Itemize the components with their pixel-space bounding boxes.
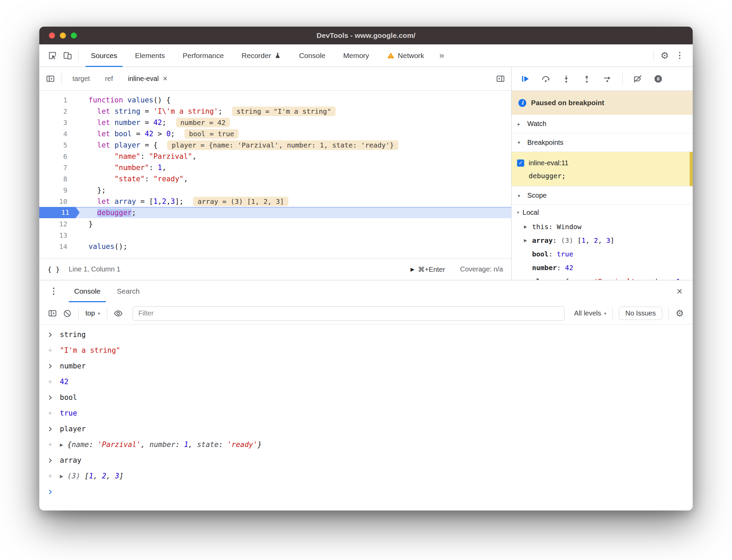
file-tab-target[interactable]: target [65, 67, 97, 90]
tab-network[interactable]: Network [378, 44, 433, 67]
console-input-row[interactable]: array [39, 452, 693, 468]
collapsed-triangle-icon[interactable]: ▶ [524, 224, 532, 229]
line-number[interactable]: 9 [39, 186, 75, 194]
show-navigator-panel-icon[interactable] [43, 71, 58, 86]
line-number[interactable]: 2 [39, 107, 75, 115]
collapsed-triangle-icon[interactable]: ▶ [524, 238, 532, 243]
console-input-row[interactable]: player [39, 421, 693, 437]
warning-icon [387, 52, 395, 59]
console-settings-gear-icon[interactable]: ⚙ [672, 306, 687, 321]
code-line[interactable]: 9 }; [39, 184, 511, 196]
code-line[interactable]: 7 "number": 1, [39, 162, 511, 173]
line-number[interactable]: 14 [39, 242, 75, 251]
token-def: values [127, 96, 153, 104]
show-debugger-panel-icon[interactable] [493, 71, 508, 86]
resume-script-button[interactable] [516, 71, 534, 87]
scope-variable-array[interactable]: ▶array: (3) [1, 2, 3] [512, 234, 693, 247]
breakpoint-checkbox[interactable]: ✓ [517, 159, 524, 167]
pretty-print-button[interactable]: { } [48, 265, 60, 274]
step-over-button[interactable] [537, 71, 555, 87]
console-result-row[interactable]: 42 [39, 374, 693, 390]
console-input-row[interactable]: string [39, 327, 693, 342]
console-filter-input[interactable] [133, 306, 565, 321]
code-line[interactable]: 5 let player = {player = {name: 'Parziva… [39, 139, 511, 151]
code-line[interactable]: 6 "name": "Parzival", [39, 151, 511, 162]
line-number[interactable]: 3 [39, 118, 75, 127]
step-into-button[interactable] [557, 71, 575, 87]
code-line[interactable]: 12} [39, 218, 511, 229]
issues-counter[interactable]: No Issues [619, 307, 662, 320]
code-line[interactable]: 13 [39, 229, 511, 241]
console-result-row[interactable]: true [39, 405, 693, 421]
line-number[interactable]: 12 [39, 220, 75, 228]
settings-gear-icon[interactable]: ⚙ [657, 48, 672, 63]
deactivate-breakpoints-button[interactable] [629, 71, 647, 87]
file-tab-inline-eval[interactable]: inline-eval× [121, 67, 175, 90]
token-num: 2 [162, 197, 166, 206]
clear-console-icon[interactable] [60, 306, 75, 321]
device-toolbar-icon[interactable] [60, 48, 75, 63]
scope-variable-number[interactable]: number: 42 [512, 261, 693, 275]
line-number[interactable]: 7 [39, 164, 75, 172]
drawer-menu-kebab-icon[interactable] [46, 284, 61, 299]
line-number[interactable]: 5 [39, 141, 75, 149]
scope-section-header[interactable]: ▾ Scope [512, 186, 693, 205]
console-result-row[interactable]: ▶(3) [1, 2, 3] [39, 468, 693, 484]
token-pl: , [141, 440, 149, 449]
close-tab-icon[interactable]: × [163, 75, 167, 83]
line-number[interactable]: 13 [39, 231, 75, 239]
show-console-sidebar-icon[interactable] [45, 306, 60, 321]
line-number[interactable]: 4 [39, 130, 75, 138]
scope-variable-bool[interactable]: bool: true [512, 247, 693, 261]
scope-variable-this[interactable]: ▶this: Window [512, 220, 693, 234]
tab-recorder[interactable]: Recorder [233, 44, 290, 67]
log-levels-selector[interactable]: All levels ▾ [571, 309, 609, 317]
code-line[interactable]: 4 let bool = 42 > 0;bool = true [39, 128, 511, 139]
pause-on-exceptions-button[interactable] [649, 71, 667, 87]
line-number[interactable]: 6 [39, 152, 75, 160]
live-expression-eye-icon[interactable] [111, 306, 126, 321]
scope-group-local[interactable]: ▾ Local [512, 205, 693, 220]
collapsed-triangle-icon[interactable]: ▶ [60, 442, 63, 447]
console-result-row[interactable]: "I'm a string" [39, 342, 693, 358]
line-number[interactable]: 10 [39, 197, 75, 206]
console-input-row[interactable]: bool [39, 390, 693, 405]
console-input-row[interactable]: number [39, 358, 693, 374]
tab-sources[interactable]: Sources [82, 44, 126, 67]
console-prompt-row[interactable] [39, 484, 693, 500]
console-result-row[interactable]: ▶{name: 'Parzival', number: 1, state: 'r… [39, 437, 693, 452]
close-drawer-icon[interactable]: × [677, 286, 682, 296]
execution-line[interactable]: 11 debugger; [39, 207, 511, 218]
code-line[interactable]: 8 "state": "ready", [39, 173, 511, 184]
execution-line-number[interactable]: 11 [39, 207, 80, 218]
more-panels-button[interactable]: » [433, 50, 450, 61]
line-number[interactable]: 1 [39, 96, 75, 104]
tab-performance[interactable]: Performance [174, 44, 233, 67]
watch-section-header[interactable]: ▸ Watch [512, 115, 693, 133]
code-line[interactable]: 14values(); [39, 241, 511, 252]
collapsed-triangle-icon[interactable]: ▶ [60, 474, 63, 479]
code-editor[interactable]: 1function values() {2 let string = 'I\'m… [39, 91, 511, 258]
tab-elements[interactable]: Elements [126, 44, 174, 67]
breakpoint-item[interactable]: ✓ inline-eval:11 debugger; [512, 152, 693, 186]
step-button[interactable] [598, 71, 616, 87]
main-menu-kebab-icon[interactable] [672, 48, 687, 63]
code-line[interactable]: 3 let number = 42;number = 42 [39, 117, 511, 128]
line-number[interactable]: 8 [39, 175, 75, 183]
token-def: array [114, 197, 136, 206]
javascript-context-selector[interactable]: top ▾ [82, 309, 104, 317]
code-line[interactable]: 1function values() { [39, 94, 511, 106]
file-tab-ref[interactable]: ref [97, 67, 120, 90]
inspect-icon[interactable] [45, 48, 60, 63]
token-meta: (3) [67, 472, 85, 480]
tab-memory[interactable]: Memory [334, 44, 378, 67]
drawer-tab-search[interactable]: Search [109, 280, 148, 302]
breakpoints-section-header[interactable]: ▾ Breakpoints [512, 133, 693, 152]
code-line[interactable]: 2 let string = 'I\'m a string';string = … [39, 106, 511, 117]
tab-console[interactable]: Console [290, 44, 334, 67]
drawer-tab-console[interactable]: Console [66, 280, 109, 302]
step-out-button[interactable] [578, 71, 596, 87]
scope-variable-player[interactable]: ▶player: {name: 'Parzival', number: 1, s… [512, 275, 693, 280]
token-kw: let [97, 197, 110, 206]
code-line[interactable]: 10 let array = [1,2,3];array = (3) [1, 2… [39, 196, 511, 207]
